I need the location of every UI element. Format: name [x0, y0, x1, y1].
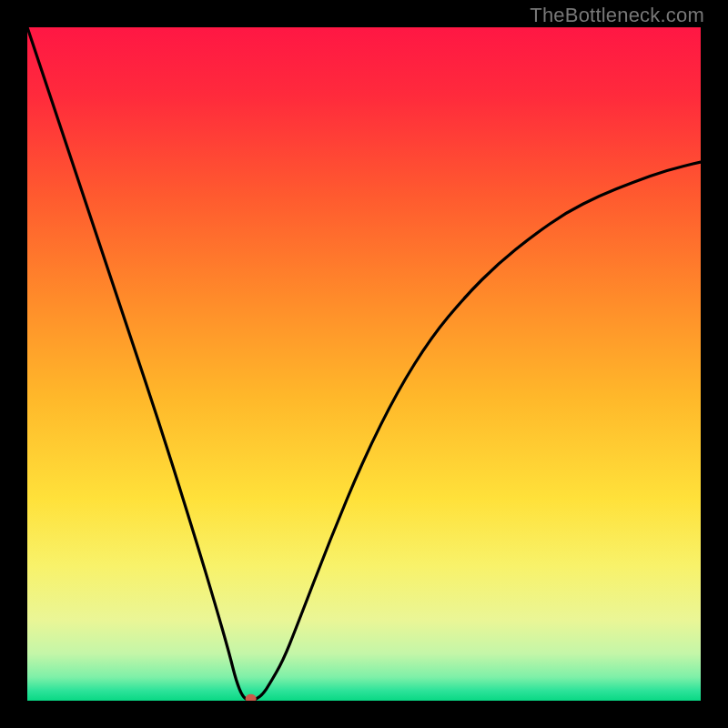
plot-area	[27, 27, 701, 701]
chart-svg	[27, 27, 701, 701]
chart-frame: TheBottleneck.com	[0, 0, 728, 728]
watermark-text: TheBottleneck.com	[530, 4, 704, 27]
gradient-background	[27, 27, 701, 701]
